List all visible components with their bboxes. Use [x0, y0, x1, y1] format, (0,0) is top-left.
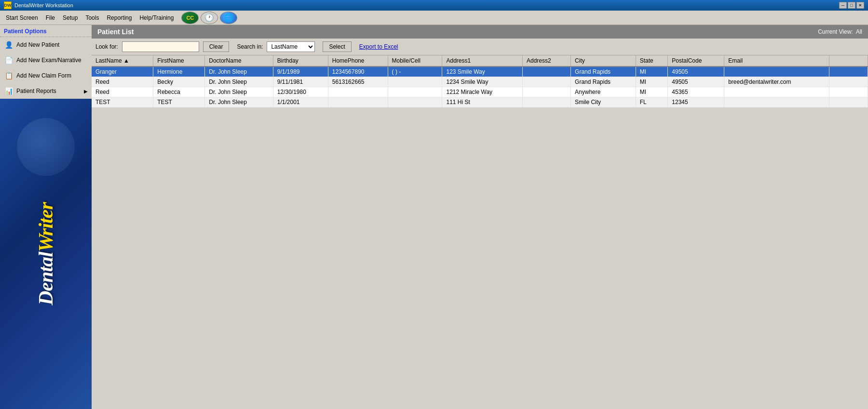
add-new-patient-label: Add New Patient	[16, 41, 59, 48]
sidebar-item-add-new-exam[interactable]: 📄 Add New Exam/Narrative	[0, 53, 92, 68]
table-cell: Reed	[92, 77, 153, 87]
table-cell: 45365	[668, 87, 724, 97]
sort-asc-icon: ▲	[123, 57, 129, 64]
table-cell: Anywhere	[571, 87, 636, 97]
add-exam-icon: 📄	[4, 55, 14, 65]
globe-icon-button[interactable]: 🌐	[220, 12, 237, 24]
logo-dental: Dental	[35, 252, 57, 305]
menu-file[interactable]: File	[42, 13, 59, 23]
current-view-container: Current View: All	[818, 28, 862, 35]
table-cell	[328, 97, 388, 107]
table-cell: breed@dentalwriter.com	[724, 77, 829, 87]
menu-reporting[interactable]: Reporting	[103, 13, 136, 23]
table-cell	[829, 77, 868, 87]
patient-list-title: Patient List	[97, 28, 134, 36]
table-cell: 12/30/1980	[273, 87, 328, 97]
close-button[interactable]: ✕	[856, 2, 864, 9]
title-bar: DW DentalWriter Workstation ─ □ ✕	[0, 0, 868, 11]
table-cell: Dr. John Sleep	[205, 97, 273, 107]
table-cell: Grand Rapids	[571, 66, 636, 77]
search-in-select[interactable]: LastName FirstName Birthday HomePhone	[267, 41, 315, 52]
col-state[interactable]: State	[636, 55, 668, 66]
menu-start-screen[interactable]: Start Screen	[2, 13, 42, 23]
table-cell: 1234 Smile Way	[442, 77, 522, 87]
logo-text: DentalWriter	[34, 202, 57, 305]
clock-icon-button[interactable]: 🕐	[201, 12, 218, 24]
table-row[interactable]: TESTTESTDr. John Sleep1/1/2001111 Hi StS…	[92, 97, 868, 107]
sidebar-logo: DentalWriter	[0, 99, 92, 409]
col-mobile-cell[interactable]: Mobile/Cell	[388, 55, 442, 66]
col-address2[interactable]: Address2	[522, 55, 570, 66]
table-row[interactable]: ReedRebeccaDr. John Sleep12/30/19801212 …	[92, 87, 868, 97]
table-cell: Grand Rapids	[571, 77, 636, 87]
col-home-phone[interactable]: HomePhone	[328, 55, 388, 66]
table-cell: Dr. John Sleep	[205, 66, 273, 77]
content-area: Patient List Current View: All Look for:…	[92, 25, 868, 409]
table-cell: 1234567890	[328, 66, 388, 77]
sidebar: Patient Options 👤 Add New Patient 📄 Add …	[0, 25, 92, 409]
table-cell	[829, 87, 868, 97]
patient-table-container[interactable]: LastName ▲ FirstName DoctorName Birthday…	[92, 55, 868, 232]
table-cell: Hermione	[153, 66, 205, 77]
clear-button[interactable]: Clear	[203, 41, 230, 52]
table-cell: 1212 Miracle Way	[442, 87, 522, 97]
table-cell: 123 Smile Way	[442, 66, 522, 77]
lower-area	[92, 232, 868, 409]
globe-icon: 🌐	[224, 13, 233, 22]
sidebar-item-patient-reports[interactable]: 📊 Patient Reports ▶	[0, 83, 92, 99]
menu-setup[interactable]: Setup	[59, 13, 81, 23]
table-cell	[388, 87, 442, 97]
col-city[interactable]: City	[571, 55, 636, 66]
window-controls: ─ □ ✕	[839, 2, 864, 9]
minimize-button[interactable]: ─	[839, 2, 847, 9]
select-button[interactable]: Select	[323, 41, 351, 52]
table-row[interactable]: ReedBeckyDr. John Sleep9/11/198156131626…	[92, 77, 868, 87]
table-cell	[724, 66, 829, 77]
table-cell: 49505	[668, 77, 724, 87]
menu-tools[interactable]: Tools	[81, 13, 103, 23]
patient-reports-icon: 📊	[4, 86, 14, 96]
patient-options-header: Patient Options	[0, 25, 92, 37]
app-title: DentalWriter Workstation	[14, 2, 839, 8]
col-last-name[interactable]: LastName ▲	[92, 55, 153, 66]
cc-icon-button[interactable]: CC	[181, 12, 199, 24]
col-first-name[interactable]: FirstName	[153, 55, 205, 66]
table-cell: TEST	[153, 97, 205, 107]
table-cell	[522, 97, 570, 107]
sidebar-item-add-new-claim[interactable]: 📋 Add New Claim Form	[0, 68, 92, 83]
col-email[interactable]: Email	[724, 55, 829, 66]
export-to-excel-link[interactable]: Export to Excel	[359, 43, 398, 50]
table-cell: TEST	[92, 97, 153, 107]
table-cell: 9/11/1981	[273, 77, 328, 87]
logo-circle	[17, 118, 75, 176]
table-cell: 49505	[668, 66, 724, 77]
sidebar-item-add-new-patient[interactable]: 👤 Add New Patient	[0, 37, 92, 53]
table-cell	[724, 87, 829, 97]
table-cell	[522, 87, 570, 97]
table-cell	[724, 97, 829, 107]
current-view-label: Current View:	[818, 28, 853, 35]
clock-icon: 🕐	[204, 13, 214, 22]
table-cell: ( ) -	[388, 66, 442, 77]
table-cell	[829, 66, 868, 77]
table-cell: 1/1/2001	[273, 97, 328, 107]
maximize-button[interactable]: □	[848, 2, 855, 9]
col-postal-code[interactable]: PostalCode	[668, 55, 724, 66]
look-for-input[interactable]	[122, 41, 199, 52]
current-view-value: All	[856, 28, 862, 35]
patient-table: LastName ▲ FirstName DoctorName Birthday…	[92, 55, 868, 107]
search-in-label: Search in:	[237, 43, 263, 50]
table-cell: Dr. John Sleep	[205, 77, 273, 87]
logo-writer: Writer	[35, 202, 57, 252]
table-cell	[829, 97, 868, 107]
menu-help-training[interactable]: Help/Training	[136, 13, 177, 23]
table-cell: MI	[636, 77, 668, 87]
col-address1[interactable]: Address1	[442, 55, 522, 66]
table-cell: 111 Hi St	[442, 97, 522, 107]
app-icon: DW	[4, 1, 12, 9]
table-cell	[522, 77, 570, 87]
col-doctor-name[interactable]: DoctorName	[205, 55, 273, 66]
patient-reports-label: Patient Reports	[16, 88, 56, 94]
table-row[interactable]: GrangerHermioneDr. John Sleep9/1/1989123…	[92, 66, 868, 77]
col-birthday[interactable]: Birthday	[273, 55, 328, 66]
